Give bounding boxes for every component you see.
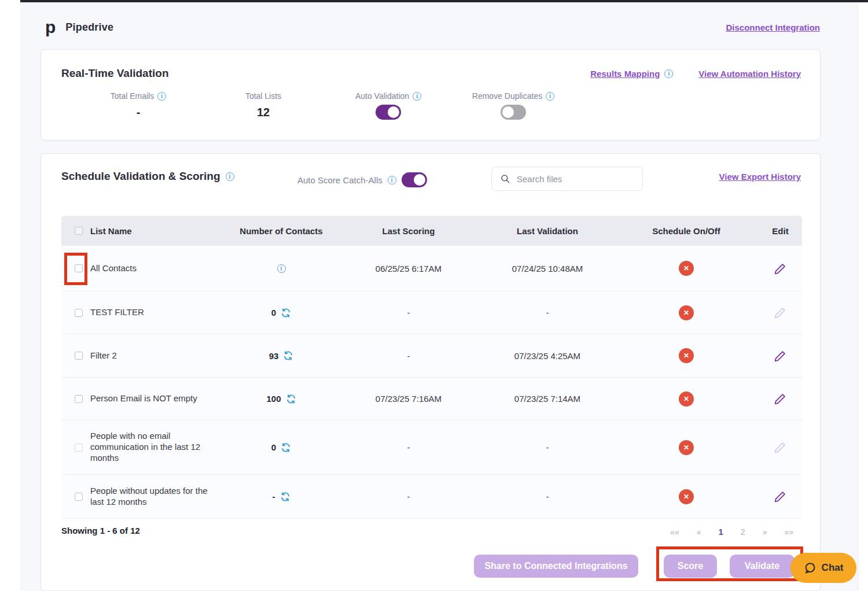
schedule-cell: ✕: [614, 261, 759, 276]
search-files-input[interactable]: [517, 174, 634, 184]
column-header-edit: Edit: [759, 226, 802, 236]
list-name-cell: TEST FILTER: [61, 307, 226, 318]
stat-total-lists: Total Lists12: [201, 91, 326, 122]
schedule-validation-info-icon[interactable]: i: [226, 172, 234, 181]
chat-button[interactable]: Chat: [790, 553, 856, 583]
results-mapping-info-icon[interactable]: i: [664, 69, 673, 78]
remove-duplicates-info-icon[interactable]: i: [546, 92, 554, 101]
view-export-history-link[interactable]: View Export History: [719, 172, 801, 182]
edit-pencil-icon[interactable]: [774, 393, 786, 405]
column-header-label: List Name: [90, 226, 132, 236]
edit-cell: [759, 263, 802, 275]
select-all-checkbox[interactable]: [75, 227, 83, 235]
schedule-validation-card: Schedule Validation & Scoring i Auto Sco…: [41, 153, 821, 591]
refresh-contacts-icon[interactable]: [286, 394, 296, 404]
schedule-off-icon[interactable]: ✕: [679, 348, 694, 363]
contacts-info-icon[interactable]: i: [277, 264, 286, 273]
last-scoring-cell: 07/23/25 7:16AM: [336, 394, 481, 404]
last-scoring-cell: -: [336, 492, 481, 501]
schedule-off-icon[interactable]: ✕: [679, 261, 694, 276]
row-checkbox[interactable]: [75, 493, 83, 501]
remove-duplicates-toggle[interactable]: [501, 105, 526, 120]
edit-pencil-icon[interactable]: [774, 490, 786, 503]
real-time-validation-header: Real-Time Validation Results Mapping i V…: [61, 67, 801, 80]
real-time-validation-card: Real-Time Validation Results Mapping i V…: [41, 49, 821, 141]
column-header-list-name: List Name: [61, 226, 226, 236]
stat-remove-duplicates: Remove Duplicatesi: [451, 91, 576, 122]
share-to-connected-integrations-button[interactable]: Share to Connected Integrations: [474, 555, 638, 578]
row-checkbox[interactable]: [75, 309, 83, 317]
contacts-value: -: [273, 492, 275, 501]
stat-label: Total Emails: [111, 91, 154, 101]
contacts-value: 93: [269, 351, 279, 361]
auto-validation-toggle[interactable]: [376, 105, 401, 120]
last-validation-cell: -: [481, 308, 614, 317]
first-page-button[interactable]: ««: [670, 527, 679, 537]
page-title: Pipedrive: [65, 21, 113, 34]
refresh-contacts-icon[interactable]: [280, 492, 290, 502]
refresh-contacts-icon[interactable]: [281, 442, 291, 453]
refresh-contacts-icon[interactable]: [281, 308, 291, 318]
edit-cell: [759, 441, 802, 453]
list-name-text: TEST FILTER: [90, 307, 144, 318]
prev-page-button[interactable]: «: [697, 527, 701, 537]
edit-pencil-icon[interactable]: [774, 263, 786, 275]
column-header-last-validation: Last Validation: [481, 226, 614, 236]
real-time-validation-title: Real-Time Validation: [61, 67, 168, 80]
schedule-validation-title: Schedule Validation & Scoring: [61, 170, 220, 183]
refresh-contacts-icon[interactable]: [283, 350, 293, 361]
last-scoring-cell: -: [336, 351, 481, 361]
auto-score-label: Auto Score Catch-Alls: [297, 175, 382, 185]
edit-pencil-icon: [774, 306, 786, 319]
row-checkbox[interactable]: [75, 395, 83, 403]
row-checkbox[interactable]: [75, 264, 83, 272]
stat-value-total-lists: 12: [201, 106, 326, 119]
edit-cell: [759, 393, 802, 405]
row-checkbox[interactable]: [75, 444, 83, 452]
last-page-button[interactable]: »»: [784, 527, 793, 537]
lists-table: List NameNumber of ContactsLast ScoringL…: [61, 216, 802, 519]
auto-validation-info-icon[interactable]: i: [413, 92, 421, 101]
table-row-all-contacts: All Contactsi06/25/25 6:17AM07/24/25 10:…: [61, 246, 802, 291]
list-name-text: People without updates for the last 12 m…: [90, 486, 216, 508]
auto-score-catch-alls: Auto Score Catch-Alls i: [297, 172, 427, 187]
column-header-schedule-on-off: Schedule On/Off: [614, 226, 759, 236]
contacts-value: 0: [271, 308, 276, 317]
app-header: p Pipedrive Disconnect Integration: [45, 14, 820, 40]
schedule-off-icon[interactable]: ✕: [679, 305, 694, 320]
schedule-off-icon[interactable]: ✕: [679, 440, 694, 455]
view-automation-history-link[interactable]: View Automation History: [698, 69, 801, 79]
table-row-test-filter: TEST FILTER0--✕: [61, 291, 802, 334]
page-number-1[interactable]: 1: [718, 527, 723, 537]
schedule-off-icon[interactable]: ✕: [679, 391, 694, 407]
toggle-knob: [502, 106, 514, 118]
schedule-off-icon[interactable]: ✕: [679, 489, 694, 504]
stat-value-total-emails: -: [76, 106, 201, 119]
schedule-cell: ✕: [614, 440, 759, 455]
results-mapping-link[interactable]: Results Mapping: [590, 69, 660, 79]
page-number-2[interactable]: 2: [741, 527, 745, 537]
validate-button[interactable]: Validate: [730, 555, 795, 578]
row-checkbox[interactable]: [75, 352, 83, 360]
score-button[interactable]: Score: [664, 555, 717, 578]
next-page-button[interactable]: »: [763, 527, 767, 537]
schedule-cell: ✕: [614, 391, 759, 407]
contacts-cell: 0: [226, 442, 336, 453]
list-name-cell: People without updates for the last 12 m…: [61, 486, 226, 508]
pagination: «««12»»»: [670, 527, 793, 537]
stat-label: Total Lists: [245, 91, 281, 101]
total-emails-info-icon[interactable]: i: [157, 92, 166, 101]
last-validation-cell: 07/24/25 10:48AM: [481, 264, 614, 274]
auto-score-toggle[interactable]: [402, 172, 427, 187]
disconnect-integration-link[interactable]: Disconnect Integration: [726, 23, 820, 32]
schedule-cell: ✕: [614, 305, 759, 320]
list-name-text: Filter 2: [90, 350, 117, 361]
stat-label-row: Total Emailsi: [76, 91, 201, 101]
list-name-text: All Contacts: [90, 263, 137, 274]
table-row-person-email-is-not-empty: Person Email is NOT empty10007/23/25 7:1…: [61, 378, 802, 420]
edit-pencil-icon[interactable]: [774, 350, 786, 362]
auto-score-info-icon[interactable]: i: [388, 176, 396, 184]
toggle-knob: [388, 106, 399, 118]
window-top-border: [20, 0, 868, 2]
schedule-cell: ✕: [614, 348, 759, 363]
